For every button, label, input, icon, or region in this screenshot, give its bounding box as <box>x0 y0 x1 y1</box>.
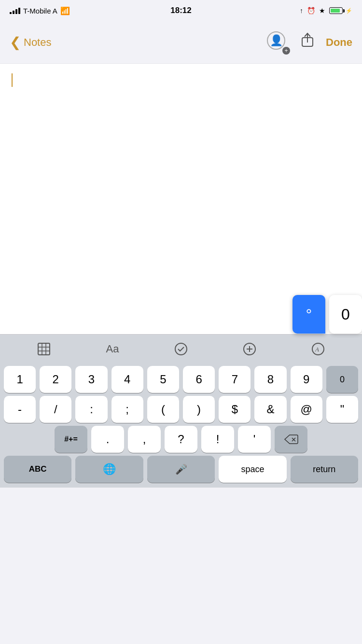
bluetooth-icon: ★ <box>319 7 325 14</box>
keyboard-special-row: #+= . , ? ! ' <box>0 423 362 453</box>
share-button[interactable] <box>301 33 314 52</box>
popup-degree-key[interactable]: ° <box>292 295 325 334</box>
wifi-icon: 📶 <box>60 6 70 15</box>
key-globe[interactable]: 🌐 <box>75 456 143 483</box>
key-return[interactable]: return <box>291 456 358 483</box>
key-dash[interactable]: - <box>4 396 36 423</box>
key-apostrophe[interactable]: ' <box>238 426 271 453</box>
nav-actions: 👤 + Done <box>267 31 352 54</box>
status-time: 18:12 <box>170 6 191 15</box>
format-text-button[interactable]: Aa <box>78 343 147 355</box>
contact-plus-icon: + <box>282 47 290 55</box>
key-7[interactable]: 7 <box>219 366 251 393</box>
svg-rect-2 <box>38 343 50 355</box>
key-4[interactable]: 4 <box>111 366 143 393</box>
key-1[interactable]: 1 <box>4 366 36 393</box>
nav-bar: ❮ Notes 👤 + Done <box>0 21 362 64</box>
format-text-icon: Aa <box>106 343 119 355</box>
key-period[interactable]: . <box>91 426 124 453</box>
carrier-text: T-Mobile A <box>23 7 57 15</box>
alarm-icon: ⏰ <box>307 7 315 14</box>
key-colon[interactable]: : <box>75 396 107 423</box>
back-label: Notes <box>24 36 51 49</box>
key-dollar[interactable]: $ <box>219 396 251 423</box>
note-content-area[interactable] <box>0 64 362 334</box>
key-8[interactable]: 8 <box>254 366 286 393</box>
key-microphone[interactable]: 🎤 <box>147 456 215 483</box>
checklist-button[interactable] <box>147 342 215 356</box>
key-slash[interactable]: / <box>40 396 71 423</box>
key-exclaim[interactable]: ! <box>201 426 234 453</box>
number-popup: ° 0 <box>292 295 362 334</box>
done-button[interactable]: Done <box>326 36 352 49</box>
formatting-toolbar: Aa A ° 0 <box>0 334 362 363</box>
table-button[interactable] <box>10 342 78 356</box>
status-bar: T-Mobile A 📶 18:12 ↑ ⏰ ★ ⚡ <box>0 0 362 21</box>
key-6[interactable]: 6 <box>183 366 215 393</box>
keyboard-bottom-row: ABC 🌐 🎤 space return <box>0 453 362 483</box>
pen-button[interactable]: A <box>284 342 352 356</box>
key-0[interactable]: 0 <box>326 366 358 393</box>
key-space[interactable]: space <box>219 456 286 483</box>
key-backspace[interactable] <box>275 426 307 453</box>
keyboard[interactable]: 1 2 3 4 5 6 7 8 9 0 - / : ; ( ) $ & @ " … <box>0 363 362 488</box>
battery-icon: ⚡ <box>329 7 352 14</box>
status-right: ↑ ⏰ ★ ⚡ <box>300 7 352 14</box>
contact-circle-icon: 👤 <box>267 31 285 50</box>
text-cursor <box>12 73 13 87</box>
key-close-paren[interactable]: ) <box>183 396 215 423</box>
key-abc[interactable]: ABC <box>4 456 71 483</box>
key-2[interactable]: 2 <box>40 366 71 393</box>
add-contact-button[interactable]: 👤 + <box>267 31 289 54</box>
status-left: T-Mobile A 📶 <box>10 6 70 15</box>
location-icon: ↑ <box>300 7 303 14</box>
key-open-paren[interactable]: ( <box>147 396 179 423</box>
key-question[interactable]: ? <box>165 426 197 453</box>
key-semicolon[interactable]: ; <box>111 396 143 423</box>
key-ampersand[interactable]: & <box>254 396 286 423</box>
key-5[interactable]: 5 <box>147 366 179 393</box>
key-comma[interactable]: , <box>128 426 161 453</box>
popup-zero-key[interactable]: 0 <box>329 295 362 334</box>
key-9[interactable]: 9 <box>291 366 322 393</box>
key-at[interactable]: @ <box>291 396 322 423</box>
svg-point-7 <box>175 343 187 355</box>
back-button[interactable]: ❮ Notes <box>10 36 51 49</box>
signal-icon <box>10 7 20 14</box>
back-chevron-icon: ❮ <box>10 36 21 49</box>
key-symbols-toggle[interactable]: #+= <box>55 426 87 453</box>
keyboard-number-row: 1 2 3 4 5 6 7 8 9 0 <box>0 363 362 393</box>
insert-button[interactable] <box>215 342 284 356</box>
keyboard-symbol-row: - / : ; ( ) $ & @ " <box>0 393 362 423</box>
person-icon: 👤 <box>270 34 283 47</box>
key-3[interactable]: 3 <box>75 366 107 393</box>
svg-text:A: A <box>315 346 319 353</box>
key-quote[interactable]: " <box>326 396 358 423</box>
